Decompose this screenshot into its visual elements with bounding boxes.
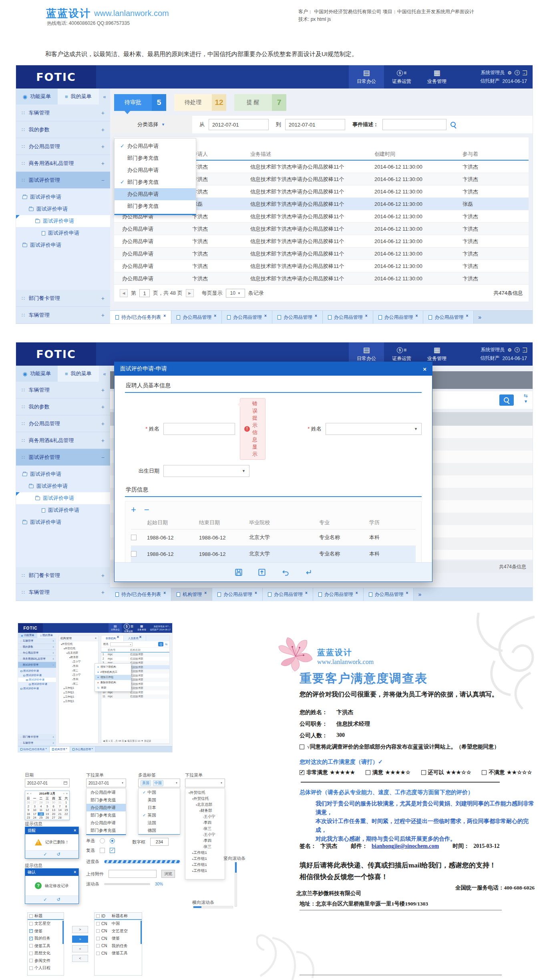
undo-icon[interactable]: ↺ (57, 897, 60, 902)
date-input[interactable]: 2012-07-01 (25, 779, 70, 787)
tree-select-input[interactable]: ▼ (185, 779, 225, 787)
close-tab-icon[interactable]: × (92, 747, 93, 750)
sidebar-group[interactable]: ∷ 部门餐卡管理 + (16, 567, 110, 584)
next-page-button[interactable]: ▶ (186, 289, 194, 297)
dropdown-item[interactable]: 办公用品申请 (86, 819, 126, 827)
name-filter-select[interactable] (110, 642, 133, 646)
close-tab-icon[interactable]: × (315, 314, 317, 318)
calendar-day[interactable]: 4 (38, 805, 44, 809)
sidebar-group[interactable]: ∷ 车辆管理 + (16, 307, 110, 324)
event-desc-input[interactable] (382, 119, 446, 130)
tree-node[interactable]: 工作组1 (185, 850, 225, 856)
org-tree-node[interactable]: 工作组1 (59, 686, 98, 690)
org-tree-node[interactable]: 王小宁 (59, 660, 98, 664)
item-checkbox[interactable] (29, 929, 33, 933)
sidebar-group[interactable]: ∷ 商务用酒&礼品管理 + (18, 656, 56, 662)
tree-node[interactable]: 北京总部 (185, 802, 225, 808)
dropdown-item[interactable]: ✓ 办公用品申请 (115, 140, 196, 152)
bottom-tab[interactable]: 办公用品管理 × (263, 588, 313, 601)
bottom-tab[interactable]: 机构管理 × (171, 588, 212, 601)
satisfaction-option[interactable]: 满意 ★★★★☆ (366, 769, 410, 776)
calendar-day[interactable]: 1 (63, 801, 69, 805)
calendar-day[interactable]: 13 (50, 808, 57, 812)
item-checkbox[interactable] (96, 952, 100, 955)
calendar-day[interactable]: 2 (25, 805, 32, 809)
chevron-down-icon[interactable]: ▾ (524, 398, 528, 404)
option-checkbox[interactable] (300, 770, 304, 775)
org-tree-node[interactable]: 工作组1 (59, 695, 98, 699)
sidebar-tree-item[interactable]: 面试评价申请 (18, 673, 56, 678)
sidebar-group[interactable]: ∷ 车辆管理 + (16, 584, 110, 601)
item-checkbox[interactable] (29, 922, 33, 926)
tree-node[interactable]: 李四 (185, 820, 225, 826)
org-tree-node[interactable]: 工作组1 (59, 690, 98, 695)
bottom-tab[interactable]: 待办/已办任务列表 × (18, 747, 50, 752)
sidebar-group[interactable]: ∷ 部门餐卡管理 + (18, 734, 56, 740)
context-menu-item[interactable]: 刷新 (95, 685, 131, 690)
close-tab-icon[interactable]: × (46, 747, 47, 750)
view-toggle-icons[interactable]: ⇆ ▾ (524, 393, 528, 404)
transfer-button[interactable]: > (72, 926, 88, 933)
org-table-row[interactable]: 11 mpc 信息技术部 (101, 694, 169, 699)
mail-link[interactable]: bianhongjie@sinochem.com (372, 843, 439, 849)
calendar-day[interactable]: 5 (44, 805, 50, 809)
sidebar-tab-function-menu[interactable]: ◉ 功能菜单 (16, 366, 58, 382)
transfer-button[interactable]: < (72, 955, 88, 962)
satisfaction-option[interactable]: 还可以 ★★★☆☆ (421, 769, 472, 776)
confirm-icon[interactable]: ✓ (43, 852, 47, 857)
sidebar-tree-item[interactable]: 面试评价申请 (16, 239, 110, 251)
calendar-day[interactable]: 26 (44, 816, 50, 820)
prev-month-button[interactable]: ‹ (30, 792, 31, 795)
calendar-day[interactable]: 30 (50, 801, 57, 805)
org-table-row[interactable]: 1 mpc 信息技术部 (101, 652, 169, 657)
org-tree-node[interactable]: 张三 (59, 668, 98, 673)
calendar-day[interactable]: 25 (38, 816, 44, 820)
sidebar-tree-item[interactable]: 面试评价申请 (18, 669, 56, 673)
source-list-item[interactable]: 个人日程 (28, 964, 64, 972)
radio-unchecked[interactable] (100, 838, 105, 843)
calendar-day[interactable]: 18 (38, 812, 44, 816)
tree-node[interactable]: 工作组1 (185, 868, 225, 874)
tree-node[interactable]: 外贸信托 (185, 796, 225, 802)
calendar-day[interactable]: 17 (32, 812, 38, 816)
close-tab-icon[interactable]: × (466, 314, 468, 318)
source-list-item[interactable]: 参阅文件 (28, 957, 64, 965)
date-to-input[interactable] (285, 119, 345, 130)
dropdown-item[interactable]: ✓ 部门参考充值 (115, 200, 196, 212)
org-tree-node[interactable]: 外贸信托 (59, 646, 98, 651)
org-tree-node[interactable]: 张三 (59, 682, 98, 686)
tree-node[interactable]: 王小宁 (185, 814, 225, 820)
more-tabs-button[interactable]: » (474, 311, 486, 324)
calendar-day[interactable]: 8 (63, 805, 69, 809)
category-select[interactable]: 分类选择 ▼ (110, 116, 192, 133)
sidebar-group[interactable]: ∷ 商务用酒&礼品管理 + (16, 432, 110, 449)
sidebar-tree-item[interactable]: 面试评价申请 (18, 682, 56, 686)
calendar-day[interactable]: 19 (44, 812, 50, 816)
org-tree-node[interactable]: 北京总部 (59, 651, 98, 655)
close-icon[interactable]: × (74, 869, 76, 876)
dropdown-item[interactable]: 部门参考充值 (86, 796, 126, 804)
org-tree-node[interactable]: 王小宁 (59, 673, 98, 677)
name2-select[interactable] (326, 423, 422, 435)
target-list-item[interactable]: CN 文艺星空 (95, 928, 142, 935)
calendar-day[interactable]: 29 (44, 801, 50, 805)
birth-date-select[interactable] (163, 465, 249, 477)
dropdown-item[interactable]: 办公用品申请 (86, 789, 126, 796)
dropdown-item[interactable]: ✓ 部门参考充值 (115, 152, 196, 164)
sidebar-group[interactable]: ∷ 面试评价管理 − (16, 449, 110, 466)
sidebar-tree-item[interactable]: 面试评价申请 (16, 191, 110, 203)
topbar-nav-item[interactable]: 业务管理 (419, 65, 454, 89)
sidebar-tree-item[interactable]: 面试评价申请 (16, 468, 110, 480)
close-tab-icon[interactable]: × (255, 591, 257, 595)
sidebar-tree-item[interactable]: 面试评价申请 (16, 504, 110, 516)
add-row-button[interactable]: + (131, 505, 136, 514)
item-checkbox[interactable] (29, 952, 33, 955)
consent-checkbox[interactable] (300, 745, 304, 749)
sidebar-tab-function-menu[interactable]: ◉功能菜单 (18, 633, 37, 638)
slider-track[interactable] (104, 883, 150, 885)
sidebar-tree-item[interactable]: 面试评价申请 (16, 480, 110, 492)
calendar-day[interactable]: 21 (57, 812, 63, 816)
multiselect-input[interactable]: 美国 中国 ▼ (138, 779, 180, 787)
source-list-item[interactable]: 文艺星空 (28, 920, 64, 928)
search-button[interactable]: Q (158, 642, 163, 646)
